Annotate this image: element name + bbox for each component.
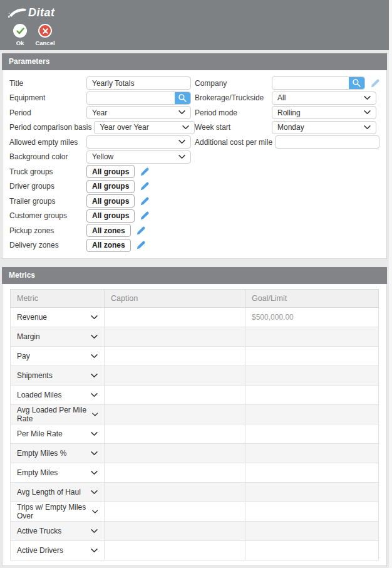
caption-cell[interactable] <box>105 327 245 347</box>
chevron-down-icon <box>91 354 98 359</box>
metrics-table-wrap: MetricCaptionGoal/Limit Revenue $500,000… <box>2 284 387 566</box>
toolbar: Ok Cancel <box>8 24 392 46</box>
goal-cell[interactable] <box>245 522 379 541</box>
customer-groups-edit-button[interactable] <box>140 211 150 221</box>
search-icon <box>178 93 187 103</box>
goal-cell[interactable] <box>245 327 379 347</box>
chevron-down-icon <box>92 510 98 514</box>
goal-cell[interactable] <box>245 463 379 483</box>
edit-pencil-icon <box>136 240 146 250</box>
background-color-select[interactable]: Yellow <box>86 150 191 164</box>
pay-metric-select[interactable]: Pay <box>17 352 98 360</box>
revenue-metric-select[interactable]: Revenue <box>17 313 98 322</box>
edit-pencil-icon <box>140 181 150 191</box>
goal-cell[interactable] <box>245 347 379 366</box>
app-header: Ditat Ok Cancel <box>0 0 392 50</box>
edit-pencil-icon <box>370 78 380 88</box>
form-row: Period modeRolling <box>195 106 380 119</box>
company-input[interactable] <box>272 76 365 90</box>
parameters-left-column: TitleYearly TotalsEquipmentPeriodYearPer… <box>9 76 195 253</box>
company-search-button[interactable] <box>349 77 364 89</box>
metric-cell: Per Mile Rate <box>11 424 105 444</box>
chevron-down-icon <box>364 110 371 115</box>
caption-cell[interactable] <box>105 386 245 405</box>
goal-cell[interactable] <box>245 483 379 502</box>
equipment-input[interactable] <box>86 92 191 105</box>
column-header-goal-limit: Goal/Limit <box>245 290 379 308</box>
caption-cell[interactable] <box>105 444 245 463</box>
truck-groups-badge[interactable]: All groups <box>86 165 135 178</box>
cancel-button[interactable]: Cancel <box>33 24 58 46</box>
parameters-form: TitleYearly TotalsEquipmentPeriodYearPer… <box>2 70 387 259</box>
caption-cell[interactable] <box>105 502 245 522</box>
caption-cell[interactable] <box>105 483 245 502</box>
title-input[interactable]: Yearly Totals <box>86 76 191 90</box>
goal-cell[interactable] <box>245 424 379 444</box>
empty-miles-metric-select[interactable]: Empty Miles <box>17 468 98 477</box>
company-edit-button[interactable] <box>370 78 380 88</box>
pickup-zones-edit-button[interactable] <box>136 226 146 236</box>
form-row: Customer groupsAll groups <box>9 209 195 223</box>
week-start-select[interactable]: Monday <box>272 121 376 134</box>
goal-cell[interactable] <box>245 366 379 386</box>
scrollbar-track[interactable] <box>389 0 392 568</box>
trailer-groups-label: Trailer groups <box>9 197 86 206</box>
goal-cell[interactable] <box>245 541 379 560</box>
table-row: Margin <box>11 327 379 347</box>
metrics-section-header: Metrics <box>2 267 387 284</box>
metric-cell: Empty Miles <box>11 463 105 483</box>
caption-cell[interactable] <box>105 424 245 444</box>
caption-cell[interactable] <box>105 347 245 366</box>
goal-cell[interactable] <box>245 444 379 463</box>
additional-cost-per-mile-input[interactable] <box>275 135 379 149</box>
table-row: Avg Loaded Per Mile Rate <box>11 405 379 424</box>
caption-cell[interactable] <box>105 541 245 560</box>
shipments-metric-select[interactable]: Shipments <box>17 371 98 380</box>
avg-loaded-per-mile-rate-metric-select[interactable]: Avg Loaded Per Mile Rate <box>17 406 98 423</box>
customer-groups-badge[interactable]: All groups <box>86 209 135 223</box>
form-row: Additional cost per mile <box>195 135 380 149</box>
goal-cell[interactable]: $500,000.00 <box>245 308 379 327</box>
ok-button[interactable]: Ok <box>8 24 33 46</box>
driver-groups-badge[interactable]: All groups <box>86 180 135 193</box>
title-label: Title <box>9 79 86 88</box>
period-comparison-basis-select[interactable]: Year over Year <box>94 121 195 134</box>
caption-cell[interactable] <box>105 405 245 424</box>
trips-w-empty-miles-over-metric-select[interactable]: Trips w/ Empty Miles Over <box>17 503 98 520</box>
form-row: Brokerage/TrucksideAll <box>195 92 380 105</box>
active-drivers-metric-select[interactable]: Active Drivers <box>17 546 98 555</box>
pickup-zones-badge[interactable]: All zones <box>86 224 131 237</box>
truck-groups-edit-button[interactable] <box>140 167 150 177</box>
caption-cell[interactable] <box>105 522 245 541</box>
chevron-down-icon <box>91 549 98 553</box>
delivery-zones-badge[interactable]: All zones <box>86 239 131 252</box>
metric-cell: Active Drivers <box>11 541 105 560</box>
period-mode-select[interactable]: Rolling <box>272 106 376 119</box>
goal-cell[interactable] <box>245 502 379 522</box>
trailer-groups-edit-button[interactable] <box>140 196 150 206</box>
form-row: Company <box>195 76 380 90</box>
loaded-miles-metric-select[interactable]: Loaded Miles <box>17 391 98 399</box>
chevron-down-icon <box>91 315 98 320</box>
form-row: Delivery zonesAll zones <box>9 239 195 252</box>
margin-metric-select[interactable]: Margin <box>17 332 98 341</box>
delivery-zones-edit-button[interactable] <box>136 240 146 250</box>
company-label: Company <box>195 79 272 88</box>
caption-cell[interactable] <box>105 463 245 483</box>
period-select[interactable]: Year <box>86 106 191 119</box>
empty-miles-metric-select[interactable]: Empty Miles % <box>17 449 98 458</box>
equipment-search-button[interactable] <box>175 92 190 104</box>
avg-length-of-haul-metric-select[interactable]: Avg Length of Haul <box>17 488 98 497</box>
form-row: TitleYearly Totals <box>9 76 195 90</box>
goal-cell[interactable] <box>245 405 379 424</box>
content-area: Parameters TitleYearly TotalsEquipmentPe… <box>0 50 392 566</box>
caption-cell[interactable] <box>105 308 245 327</box>
per-mile-rate-metric-select[interactable]: Per Mile Rate <box>17 429 98 438</box>
trailer-groups-badge[interactable]: All groups <box>86 194 135 208</box>
goal-cell[interactable] <box>245 386 379 405</box>
driver-groups-edit-button[interactable] <box>140 181 150 191</box>
brokerage-truckside-select[interactable]: All <box>272 92 376 105</box>
caption-cell[interactable] <box>105 366 245 386</box>
active-trucks-metric-select[interactable]: Active Trucks <box>17 527 98 535</box>
allowed-empty-miles-select[interactable] <box>86 135 191 149</box>
